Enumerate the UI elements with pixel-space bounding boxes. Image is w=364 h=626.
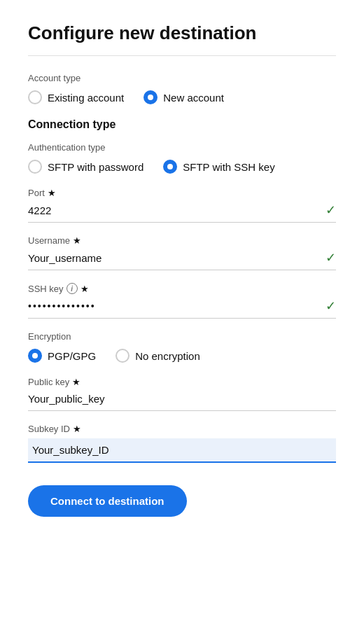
- auth-type-label: Authentication type: [28, 142, 336, 153]
- ssh-key-valid-icon: ✓: [326, 298, 336, 314]
- auth-sftp-password-radio[interactable]: [28, 160, 42, 174]
- auth-type-section: Authentication type SFTP with password S…: [28, 142, 336, 174]
- connect-to-destination-button[interactable]: Connect to destination: [28, 485, 187, 517]
- encryption-pgp-label: PGP/GPG: [48, 350, 96, 362]
- subkey-id-label: Subkey ID ★: [28, 424, 336, 434]
- encryption-section: Encryption PGP/GPG No encryption: [28, 331, 336, 363]
- public-key-required-star: ★: [72, 377, 80, 387]
- port-input[interactable]: [28, 203, 320, 218]
- username-input[interactable]: [28, 251, 320, 265]
- public-key-input[interactable]: [28, 391, 336, 406]
- ssh-key-label: SSH key i ★: [28, 283, 336, 294]
- account-type-radio-group: Existing account New account: [28, 90, 336, 104]
- auth-sftp-ssh-radio[interactable]: [163, 160, 177, 174]
- auth-sftp-password-option[interactable]: SFTP with password: [28, 160, 144, 174]
- port-section: Port ★ ✓: [28, 188, 336, 223]
- port-label: Port ★: [28, 188, 336, 198]
- encryption-pgp-radio[interactable]: [28, 349, 42, 363]
- subkey-id-input-wrapper: [28, 438, 336, 463]
- encryption-radio-group: PGP/GPG No encryption: [28, 349, 336, 363]
- account-type-existing-option[interactable]: Existing account: [28, 90, 124, 104]
- ssh-key-input-wrapper: ✓: [28, 298, 336, 319]
- encryption-none-radio[interactable]: [115, 349, 130, 363]
- ssh-key-section: SSH key i ★ ✓: [28, 283, 336, 319]
- port-required-star: ★: [48, 188, 56, 198]
- account-type-existing-radio[interactable]: [28, 90, 42, 104]
- subkey-id-required-star: ★: [73, 424, 81, 434]
- subkey-id-section: Subkey ID ★: [28, 424, 336, 463]
- username-required-star: ★: [73, 235, 81, 246]
- auth-sftp-ssh-label: SFTP with SSH key: [183, 161, 274, 173]
- public-key-input-wrapper: [28, 391, 336, 411]
- username-section: Username ★ ✓: [28, 235, 336, 270]
- public-key-label: Public key ★: [28, 377, 336, 387]
- connection-type-heading: Connection type: [28, 118, 336, 131]
- ssh-key-input[interactable]: [28, 299, 320, 313]
- ssh-key-info-icon[interactable]: i: [66, 283, 78, 294]
- account-type-new-option[interactable]: New account: [144, 90, 224, 104]
- username-label: Username ★: [28, 235, 336, 246]
- account-type-new-label: New account: [163, 92, 224, 104]
- auth-sftp-ssh-option[interactable]: SFTP with SSH key: [163, 160, 274, 174]
- encryption-none-label: No encryption: [135, 350, 200, 362]
- auth-sftp-password-label: SFTP with password: [48, 161, 144, 173]
- page-title: Configure new destination: [28, 22, 336, 44]
- header-divider: [28, 55, 336, 56]
- public-key-section: Public key ★: [28, 377, 336, 411]
- main-container: Configure new destination Account type E…: [0, 0, 364, 626]
- port-valid-icon: ✓: [326, 202, 336, 218]
- subkey-id-input[interactable]: [32, 444, 332, 456]
- ssh-key-required-star: ★: [80, 284, 89, 294]
- encryption-pgp-radio-inner: [32, 353, 38, 359]
- account-type-section: Account type Existing account New accoun…: [28, 73, 336, 104]
- username-input-wrapper: ✓: [28, 250, 336, 270]
- account-type-new-radio[interactable]: [144, 90, 158, 104]
- username-valid-icon: ✓: [326, 250, 336, 265]
- auth-type-radio-group: SFTP with password SFTP with SSH key: [28, 160, 336, 174]
- encryption-label: Encryption: [28, 331, 336, 342]
- auth-sftp-ssh-radio-inner: [167, 164, 173, 169]
- encryption-none-option[interactable]: No encryption: [115, 349, 200, 363]
- encryption-pgp-option[interactable]: PGP/GPG: [28, 349, 96, 363]
- account-type-label: Account type: [28, 73, 336, 83]
- account-type-new-radio-inner: [148, 95, 153, 100]
- port-input-wrapper: ✓: [28, 202, 336, 223]
- account-type-existing-label: Existing account: [48, 92, 124, 104]
